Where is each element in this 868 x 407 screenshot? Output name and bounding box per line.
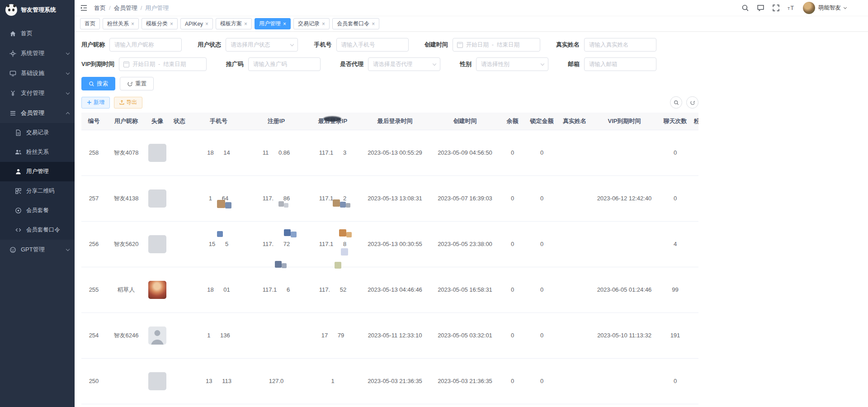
filter-label: 性别 — [460, 60, 472, 68]
column-header: 真实姓名 — [559, 113, 590, 130]
filter-select[interactable]: 请选择用户状态 — [226, 38, 298, 52]
close-icon[interactable]: × — [170, 21, 173, 27]
reset-button[interactable]: 重置 — [120, 77, 154, 90]
sidebar-collapse-icon[interactable] — [80, 4, 88, 12]
cell-real-name — [559, 358, 590, 404]
sidebar-item[interactable]: 分享二维码 — [0, 181, 75, 201]
tab[interactable]: 首页 × — [80, 18, 100, 29]
close-icon[interactable]: × — [322, 21, 325, 27]
sidebar-item[interactable]: 会员套餐 — [0, 201, 75, 220]
table-row[interactable]: 250 开启 13 113 127.0 1 2023-05-0 — [81, 358, 698, 404]
table-row[interactable]: 256 智友5620 开启 15 5 117. 72 117.1 8 — [81, 221, 698, 267]
filter-select[interactable]: 请选择是否代理 — [368, 57, 440, 71]
cell-nickname: 智友5620 — [106, 221, 146, 267]
filter-row-2: VIP到期时间 开始日期 - 结束日期 — [81, 57, 656, 71]
cell-status: 开启 — [169, 130, 190, 175]
sidebar-item[interactable]: 会员套餐口令 — [0, 220, 75, 240]
breadcrumb: 首页会员管理用户管理 — [94, 4, 175, 12]
filter-input[interactable] — [585, 38, 656, 51]
filter-daterange[interactable]: 开始日期 - 结束日期 — [119, 57, 207, 71]
tab[interactable]: 模板分类 × — [142, 18, 178, 29]
sidebar-item[interactable]: 基础设施 — [0, 63, 75, 83]
message-icon[interactable] — [757, 4, 764, 12]
tab[interactable]: 模板方案 × — [216, 18, 252, 29]
export-button-label: 导出 — [126, 99, 137, 106]
filter-input[interactable] — [337, 38, 408, 51]
member-icon — [9, 109, 17, 117]
table-row[interactable]: 254 智友6246 开启 1 136 17 79 — [81, 312, 698, 358]
table-toolbar: 新增 导出 — [81, 96, 698, 109]
topbar: 首页会员管理用户管理 TT 萌能智友 — [75, 0, 868, 16]
breadcrumb-item[interactable]: 会员管理 — [114, 4, 146, 12]
font-size-icon[interactable]: TT — [788, 4, 795, 12]
filter-label: 推广码 — [226, 60, 244, 68]
filter-input[interactable] — [249, 58, 320, 71]
export-button[interactable]: 导出 — [114, 97, 142, 109]
daterange-end-placeholder: 结束日期 — [497, 41, 519, 49]
table-row[interactable]: 258 智友4078 开启 18 14 11 0.86 117.1 3 — [81, 130, 698, 175]
tab[interactable]: 用户管理 × — [255, 18, 291, 29]
app-logo: 智友管理系统 — [0, 0, 75, 20]
add-button[interactable]: 新增 — [81, 97, 110, 109]
tab[interactable]: APIKey × — [180, 18, 213, 29]
close-icon[interactable]: × — [283, 21, 286, 27]
column-header: 用户昵称 — [106, 113, 146, 130]
search-icon — [674, 100, 679, 105]
sidebar-item[interactable]: GPT管理 — [0, 240, 75, 260]
filter-daterange[interactable]: 开始日期 - 结束日期 — [453, 38, 540, 52]
filter-field: VIP到期时间 开始日期 - 结束日期 — [81, 57, 207, 71]
daterange-start-placeholder: 开始日期 — [132, 61, 155, 68]
breadcrumb-item[interactable]: 首页 — [94, 4, 114, 12]
tab-label: 会员套餐口令 — [337, 20, 369, 28]
filter-input[interactable] — [110, 38, 181, 51]
close-icon[interactable]: × — [205, 21, 208, 27]
calendar-icon — [123, 62, 129, 67]
refresh-button[interactable] — [686, 96, 698, 109]
filter-input-wrap — [584, 57, 656, 71]
toggle-search-button[interactable] — [670, 96, 682, 109]
breadcrumb-item[interactable]: 用户管理 — [145, 4, 175, 12]
table-row[interactable]: 255 稻草人 开启 18 01 117.1 6 117. 52 — [81, 267, 698, 312]
cell-last-login: 2023-05-13 08:29:36 — [360, 404, 430, 407]
search-icon[interactable] — [741, 4, 749, 12]
tab[interactable]: 交易记录 × — [293, 18, 330, 29]
cell-created: 2023-05-03 21:36:35 — [430, 358, 500, 404]
cell-chat-count: 99 — [658, 267, 692, 312]
table-row[interactable]: 257 智友4138 开启 1 64 117. 86 117.1 2 — [81, 175, 698, 221]
select-placeholder: 请选择是否代理 — [373, 61, 413, 68]
cell-balance: 0 — [500, 404, 525, 407]
filter-select[interactable]: 请选择性别 — [476, 57, 548, 71]
sidebar-item[interactable]: 交易记录 — [0, 123, 75, 142]
chevron-icon — [66, 51, 70, 54]
search-button[interactable]: 搜索 — [81, 77, 115, 90]
cell-balance: 0 — [500, 130, 525, 175]
cell-fans — [692, 358, 698, 404]
fullscreen-icon[interactable] — [772, 4, 780, 12]
sidebar-item[interactable]: 系统管理 — [0, 43, 75, 63]
sidebar-item[interactable]: 用户管理 — [0, 162, 75, 181]
cell-last-ip: 17 79 — [306, 312, 360, 358]
tab-label: 首页 — [85, 20, 95, 28]
filter-field: 用户昵称 请输入用户昵称 - — [81, 38, 182, 52]
filter-field: 邮箱 请输入邮箱 - — [568, 57, 656, 71]
close-icon[interactable]: × — [372, 21, 375, 27]
sidebar-item-label: 会员套餐口令 — [26, 226, 69, 234]
cell-vip-expire — [590, 404, 658, 407]
records-icon — [14, 129, 22, 137]
sidebar-item[interactable]: 首页 — [0, 24, 75, 43]
tab[interactable]: 粉丝关系 × — [103, 18, 139, 29]
cell-locked-amount: 0 — [525, 358, 559, 404]
tab-label: 模板方案 — [220, 20, 242, 28]
sidebar-item-label: 支付管理 — [21, 89, 66, 97]
cell-id: 250 — [81, 358, 106, 404]
table-row[interactable]: 249 12 开启 15 21 12 127 2023-05-1 — [81, 404, 698, 407]
user-menu[interactable]: 萌能智友 — [803, 2, 846, 14]
close-icon[interactable]: × — [244, 21, 247, 27]
sidebar-item[interactable]: 粉丝关系 — [0, 142, 75, 162]
cell-locked-amount: 0 — [525, 175, 559, 221]
tab[interactable]: 会员套餐口令 × — [332, 18, 379, 29]
close-icon[interactable]: × — [131, 21, 134, 27]
sidebar-item[interactable]: 会员管理 — [0, 103, 75, 123]
filter-input[interactable] — [585, 58, 656, 71]
sidebar-item[interactable]: 支付管理 — [0, 83, 75, 103]
